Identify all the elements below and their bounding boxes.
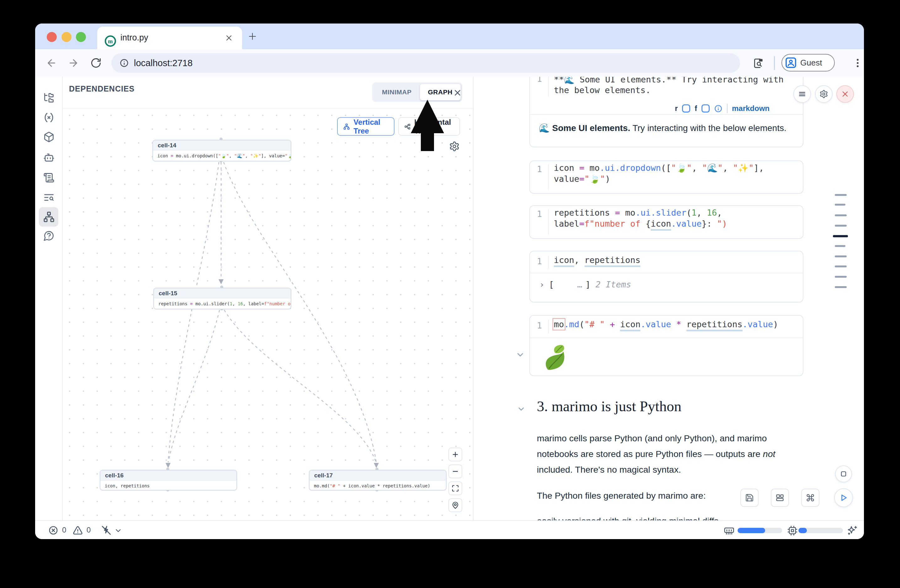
code-line[interactable]: value="🍃") (554, 173, 610, 185)
url-text: localhost:2718 (134, 58, 192, 68)
graph-node-code: mo.md("# " + icon.value * repetitions.va… (309, 481, 446, 491)
notebook-settings-button[interactable] (815, 85, 833, 103)
graph-node-cell-16[interactable]: cell-16 icon, repetitions (100, 470, 237, 491)
code-line[interactable]: repetitions = mo.ui.slider(1, 16, (554, 207, 722, 218)
graph-node-cell-14[interactable]: cell-14 icon = mo.ui.dropdown(["🍃", "🌊",… (152, 140, 291, 161)
sidebar-help-icon[interactable] (43, 230, 54, 241)
browser-menu-icon[interactable] (852, 57, 864, 69)
tab-minimap[interactable]: MINIMAP (374, 84, 420, 100)
sidebar-ai-bot-icon[interactable] (43, 152, 54, 163)
minimap-cell-marker[interactable] (835, 276, 847, 278)
expand-chevron[interactable]: › (539, 280, 545, 289)
keyboard-shortcuts-button[interactable] (801, 489, 819, 507)
browser-toolbar: localhost:2718 Guest (35, 49, 864, 77)
traffic-close-button[interactable] (47, 32, 57, 42)
sidebar-packages-icon[interactable] (43, 132, 54, 142)
profile-button[interactable]: Guest (782, 54, 835, 71)
forward-icon[interactable] (68, 57, 79, 69)
graph-node-code: repetitions = mo.ui.slider(1, 16, label=… (154, 299, 291, 309)
cell-slider[interactable]: 1 repetitions = mo.ui.slider(1, 16, labe… (529, 205, 804, 239)
format-checkbox[interactable] (701, 104, 710, 113)
code-line[interactable]: mo.md("# " + icon.value * repetitions.va… (554, 319, 778, 330)
output-bold-text: Some UI elements. (552, 123, 630, 133)
code-line[interactable]: **🌊 Some UI elements.** Try interacting … (554, 77, 784, 85)
play-icon (839, 494, 848, 502)
graph-node-cell-15[interactable]: cell-15 repetitions = mo.ui.slider(1, 16… (154, 288, 291, 309)
markdown-cell-footer: r f markdown (675, 103, 770, 114)
statusbar-chevron-down-icon[interactable] (114, 526, 122, 535)
minimap-cell-marker[interactable] (835, 194, 847, 196)
paragraph-line: notebooks are stored as pure Python file… (537, 449, 775, 459)
sidebar-search-outline-icon[interactable] (43, 192, 54, 203)
cpu-icon (787, 525, 798, 536)
reload-icon[interactable] (90, 57, 102, 69)
gutter-divider (548, 209, 549, 235)
code-line[interactable]: icon, repetitions (554, 254, 640, 266)
layout-toggle-button[interactable] (771, 489, 789, 507)
minimap-cell-marker[interactable] (835, 255, 847, 257)
language-mode-badge[interactable]: markdown (732, 104, 770, 113)
graph-node-code: icon, repetitions (100, 481, 236, 491)
notebook-menu-button[interactable] (793, 85, 811, 103)
tab-close-icon[interactable] (225, 34, 233, 42)
annotation-arrow (408, 100, 445, 151)
cell-tuple[interactable]: 1 icon, repetitions ›[…]2 Items (529, 251, 804, 302)
sidebar-variables-icon[interactable] (43, 112, 54, 123)
cell-dropdown[interactable]: 1 icon = mo.ui.dropdown(["🍃", "🌊", "✨"],… (529, 161, 804, 194)
gutter-divider (548, 164, 549, 190)
cell-frame-button[interactable] (835, 466, 852, 482)
paragraph-line: included. There's no magical syntax. (537, 464, 681, 475)
gutter-divider (548, 320, 549, 334)
code-line[interactable]: label=f"number of {icon.value}: ") (554, 218, 727, 229)
tuple-output[interactable]: ›[…]2 Items (539, 280, 631, 289)
sidebar-logs-icon[interactable] (43, 172, 54, 183)
item-count: 2 Items (596, 280, 631, 289)
save-floppy-icon (745, 494, 754, 502)
minimap-cell-marker[interactable] (835, 204, 846, 206)
fit-view-button[interactable] (448, 481, 462, 495)
zoom-out-button[interactable] (448, 464, 462, 478)
reactive-checkbox[interactable] (682, 104, 690, 113)
collapse-output-chevron-icon[interactable] (515, 350, 525, 359)
cell-md-output[interactable]: 1 mo.md("# " + icon.value * repetitions.… (529, 315, 804, 376)
vertical-tree-button[interactable]: Vertical Tree (337, 117, 394, 136)
url-bar[interactable]: localhost:2718 (111, 53, 740, 73)
ai-sparkles-icon[interactable] (847, 525, 858, 536)
section-collapse-chevron-icon[interactable] (517, 405, 526, 413)
locate-node-button[interactable] (448, 498, 462, 512)
autorun-disabled-icon[interactable] (101, 525, 112, 535)
square-icon (840, 470, 847, 478)
code-line[interactable]: icon = mo.ui.dropdown(["🍃", "🌊", "✨"], (554, 162, 764, 174)
cell-markdown[interactable]: 1 **🌊 Some UI elements.** Try interactin… (529, 77, 804, 147)
warnings-icon[interactable] (73, 525, 83, 535)
panel-close-icon[interactable] (453, 88, 462, 97)
graph-node-title: cell-14 (153, 141, 291, 150)
bracket-close: ] (585, 280, 591, 289)
tab-search-icon[interactable] (753, 57, 765, 69)
sidebar-dependencies-icon[interactable] (43, 211, 54, 223)
traffic-minimize-button[interactable] (62, 32, 71, 42)
bracket-open: [ (549, 280, 554, 289)
sidebar-file-tree-icon[interactable] (43, 92, 54, 104)
shutdown-button[interactable] (836, 85, 854, 103)
traffic-zoom-button[interactable] (76, 32, 86, 42)
browser-tab[interactable]: m intro.py (97, 27, 242, 49)
site-info-icon[interactable] (119, 58, 129, 68)
markdown-output: 🌊 Some UI elements. Try interacting with… (539, 123, 787, 133)
new-tab-icon[interactable] (248, 32, 257, 41)
errors-icon[interactable] (48, 525, 58, 535)
minimap-current-cell-marker[interactable] (833, 235, 848, 237)
minimap-cell-marker[interactable] (835, 245, 846, 247)
code-line[interactable]: the below elements. (554, 85, 651, 96)
info-icon[interactable] (714, 104, 723, 113)
minimap-cell-marker[interactable] (835, 214, 847, 216)
minimap-cell-marker[interactable] (835, 266, 847, 267)
zoom-in-button[interactable] (448, 447, 462, 461)
back-icon[interactable] (46, 57, 57, 69)
minimap-cell-marker[interactable] (835, 225, 847, 227)
minimap-cell-marker[interactable] (835, 286, 847, 288)
save-button[interactable] (740, 489, 759, 507)
graph-node-cell-17[interactable]: cell-17 mo.md("# " + icon.value * repeti… (309, 470, 447, 491)
run-all-button[interactable] (834, 488, 853, 507)
graph-settings-gear-icon[interactable] (449, 141, 460, 152)
